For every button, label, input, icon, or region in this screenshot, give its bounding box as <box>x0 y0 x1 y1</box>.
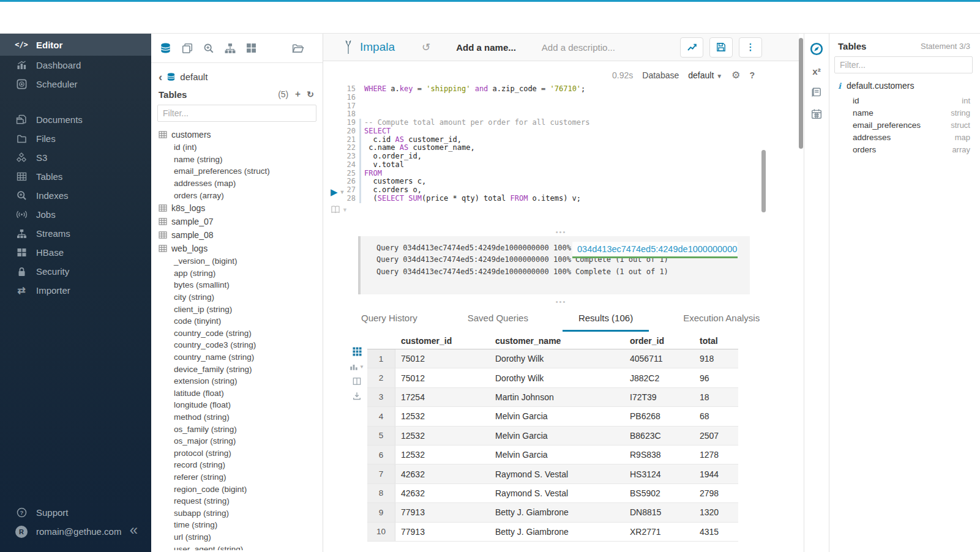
assist-column[interactable]: os_major (string) <box>159 435 323 447</box>
assist-table-customers[interactable]: customers <box>159 128 323 141</box>
tab-results-106-[interactable]: Results (106) <box>563 308 649 332</box>
columns-view-icon[interactable] <box>353 377 361 386</box>
assist-column[interactable]: os_family (string) <box>159 423 323 435</box>
code-line[interactable]: 24 v.total <box>323 161 758 170</box>
sidebar-item-files[interactable]: Files <box>0 129 151 148</box>
tab-saved-queries[interactable]: Saved Queries <box>452 308 544 332</box>
resize-handle-lower[interactable]: ••• <box>323 299 799 304</box>
database-name[interactable]: default <box>180 72 208 82</box>
save-button[interactable] <box>709 37 733 58</box>
assist-column[interactable]: bytes (smallint) <box>159 279 323 291</box>
language-reference-icon[interactable] <box>811 87 822 98</box>
column-row-id[interactable]: idint <box>853 94 970 106</box>
assist-column[interactable]: referer (string) <box>159 471 323 483</box>
assist-table-sample_08[interactable]: sample_08 <box>159 228 323 242</box>
execute-options-caret-icon[interactable]: ▼ <box>340 189 345 195</box>
schedule-calendar-icon[interactable] <box>811 108 822 119</box>
code-line[interactable]: 19-- Compute total amount per order for … <box>323 119 758 127</box>
assist-column[interactable]: region_code (bigint) <box>159 483 323 495</box>
assist-column[interactable]: addresses (map) <box>159 177 323 190</box>
refresh-tables-icon[interactable]: ↻ <box>307 89 314 99</box>
assist-column[interactable]: country_code3 (string) <box>159 339 323 351</box>
code-line[interactable]: 17 <box>323 102 758 111</box>
sidebar-item-scheduler[interactable]: Scheduler <box>0 75 151 94</box>
assist-column[interactable]: subapp (string) <box>159 507 323 519</box>
table-row[interactable]: 175012Dorothy Wilk4056711918 <box>367 349 738 368</box>
sidebar-item-streams[interactable]: Streams <box>0 224 151 243</box>
code-line[interactable]: 16 <box>323 94 758 102</box>
assist-column[interactable]: country_name (string) <box>159 351 323 364</box>
assist-column[interactable]: request (string) <box>159 495 323 507</box>
sitemap-icon[interactable] <box>225 43 236 54</box>
sidebar-item-s3[interactable]: S3 <box>0 148 151 167</box>
assist-column[interactable]: city (string) <box>159 291 323 304</box>
code-line[interactable]: 15WHERE a.key = 'shipping' and a.zip_cod… <box>323 85 758 94</box>
assist-column[interactable]: protocol (string) <box>159 447 323 459</box>
assist-table-web_logs[interactable]: web_logs <box>159 242 323 255</box>
table-row[interactable]: 317254Martin JohnsonI72T3918 <box>367 388 738 407</box>
table-row[interactable]: 275012Dorothy WilkJ882C296 <box>367 368 738 387</box>
assist-column[interactable]: app (string) <box>159 267 323 280</box>
functions-icon[interactable]: x² <box>812 66 820 76</box>
sql-code-editor[interactable]: 15WHERE a.key = 'shipping' and a.zip_cod… <box>323 85 758 203</box>
more-actions-button[interactable]: ⋮ <box>739 37 762 58</box>
download-icon[interactable] <box>353 392 361 400</box>
sidebar-item-dashboard[interactable]: Dashboard <box>0 56 151 75</box>
table-row[interactable]: 1077913Betty J. GiambroneXR27714315 <box>367 523 738 542</box>
assist-column[interactable]: url (string) <box>159 531 323 543</box>
sidebar-collapse-icon[interactable]: « <box>130 523 138 537</box>
table-row[interactable]: 512532Melvin GarciaB8623C2507 <box>367 427 738 446</box>
assist-column[interactable]: country_code (string) <box>159 327 323 340</box>
back-chevron-icon[interactable]: ‹ <box>159 72 162 81</box>
execute-button[interactable]: ▶▼ <box>331 187 348 198</box>
assist-column[interactable]: code (tinyint) <box>159 315 323 327</box>
right-filter-input[interactable] <box>834 56 973 73</box>
assist-column[interactable]: latitude (float) <box>159 387 323 400</box>
apps-grid-icon[interactable] <box>246 43 256 53</box>
chart-type-caret-icon[interactable]: ▼ <box>359 364 364 370</box>
table-info-icon[interactable]: i <box>838 81 841 91</box>
assist-filter-input[interactable] <box>157 105 316 122</box>
results-column-header[interactable]: customer_id <box>395 336 490 346</box>
code-line[interactable]: 23 o.order_id, <box>323 152 758 161</box>
sidebar-item-tables[interactable]: Tables <box>0 167 151 186</box>
open-folder-icon[interactable] <box>292 43 304 54</box>
table-row[interactable]: 612532Melvin GarciaR9S8381278 <box>367 446 738 464</box>
assist-column[interactable]: extension (string) <box>159 375 323 387</box>
engine-name[interactable]: Impala <box>360 40 395 54</box>
column-row-email_preferences[interactable]: email_preferencesstruct <box>853 119 970 131</box>
sidebar-item-jobs[interactable]: Jobs <box>0 205 151 224</box>
main-scrollbar[interactable] <box>799 38 803 149</box>
assist-table-k8s_logs[interactable]: k8s_logs <box>159 201 323 215</box>
code-line[interactable]: 27 c.orders o, <box>323 186 758 195</box>
presentation-caret-icon[interactable]: ▼ <box>342 207 348 213</box>
assist-column[interactable]: longitude (float) <box>159 399 323 411</box>
code-line[interactable]: 26 customers c, <box>323 177 758 186</box>
active-table-name[interactable]: default.customers <box>847 81 915 91</box>
assist-column[interactable]: email_preferences (struct) <box>159 165 323 177</box>
zoom-in-icon[interactable] <box>203 43 214 54</box>
sidebar-item-importer[interactable]: ⇄Importer <box>0 281 151 300</box>
assist-column[interactable]: record (string) <box>159 459 323 471</box>
code-line[interactable]: 22 c.name AS customer_name, <box>323 144 758 152</box>
table-row[interactable]: 977913Betty J. GiambroneDN88151320 <box>367 503 738 522</box>
sidebar-item-editor[interactable]: </>Editor <box>0 34 151 56</box>
results-column-header[interactable]: order_id <box>624 336 694 346</box>
resize-handle-upper[interactable]: ••• <box>323 229 799 234</box>
assist-column[interactable]: method (string) <box>159 411 323 423</box>
assist-table-sample_07[interactable]: sample_07 <box>159 215 323 228</box>
job-id-tooltip[interactable]: 034d413ec7474ed5:4249de1000000000 <box>572 242 738 258</box>
assist-column[interactable]: device_family (string) <box>159 363 323 375</box>
active-table-row[interactable]: i default.customers <box>829 77 980 92</box>
chart-view-icon[interactable]: ▼ <box>350 362 364 371</box>
sidebar-item-hbase[interactable]: HBase <box>0 243 151 262</box>
column-row-name[interactable]: namestring <box>853 106 970 119</box>
help-question-icon[interactable]: ? <box>749 70 755 80</box>
sidebar-item-user[interactable]: R romain@gethue.com <box>0 522 151 541</box>
assist-column[interactable]: name (string) <box>159 154 323 166</box>
databases-icon[interactable] <box>160 42 171 54</box>
editor-scrollbar[interactable] <box>761 150 766 212</box>
sidebar-item-indexes[interactable]: Indexes <box>0 186 151 205</box>
assist-column[interactable]: client_ip (string) <box>159 303 323 315</box>
code-line[interactable]: 18 <box>323 110 758 119</box>
